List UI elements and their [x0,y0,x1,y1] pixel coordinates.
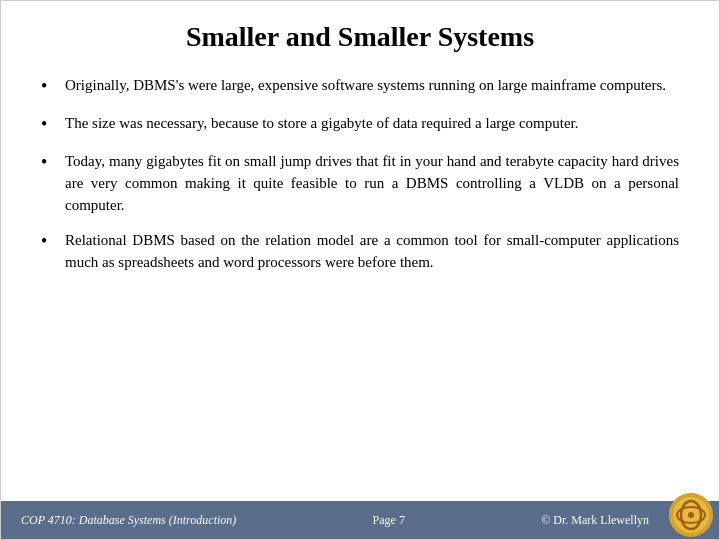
list-item: • The size was necessary, because to sto… [41,113,679,137]
svg-point-4 [688,512,694,518]
bullet-dot: • [41,149,59,175]
bullet-dot: • [41,73,59,99]
footer-author: © Dr. Mark Llewellyn [541,513,649,528]
bullet-dot: • [41,111,59,137]
footer-course: COP 4710: Database Systems (Introduction… [21,513,236,528]
list-item: • Originally, DBMS's were large, expensi… [41,75,679,99]
list-item: • Today, many gigabytes fit on small jum… [41,151,679,216]
bullet-list: • Originally, DBMS's were large, expensi… [41,75,679,274]
footer-logo [669,493,713,537]
slide-content: Smaller and Smaller Systems • Originally… [1,1,719,501]
bullet-text: The size was necessary, because to store… [65,113,679,135]
list-item: • Relational DBMS based on the relation … [41,230,679,274]
slide-footer: COP 4710: Database Systems (Introduction… [1,501,719,539]
bullet-text: Originally, DBMS's were large, expensive… [65,75,679,97]
logo-circle [669,493,713,537]
logo-svg [669,493,713,537]
slide: Smaller and Smaller Systems • Originally… [0,0,720,540]
bullet-text: Relational DBMS based on the relation mo… [65,230,679,274]
bullet-dot: • [41,228,59,254]
slide-title: Smaller and Smaller Systems [41,21,679,53]
footer-page: Page 7 [373,513,405,528]
bullet-text: Today, many gigabytes fit on small jump … [65,151,679,216]
